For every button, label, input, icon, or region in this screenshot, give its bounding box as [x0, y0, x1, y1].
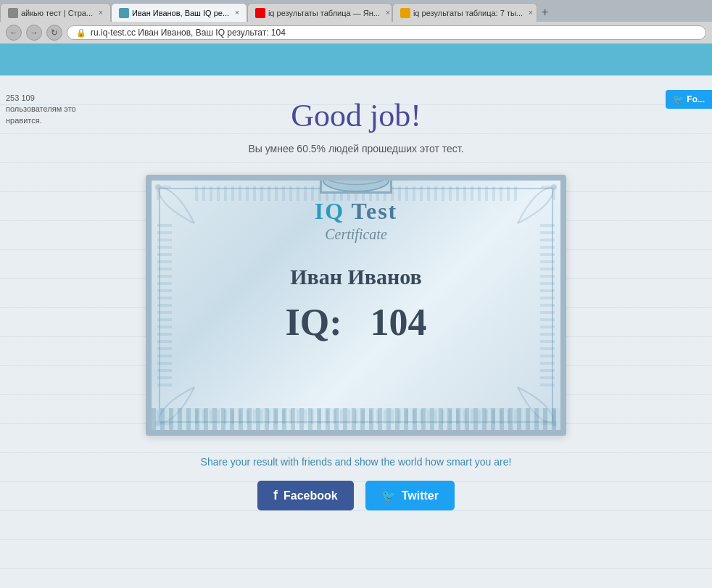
twitter-icon: 🐦	[381, 489, 396, 502]
main-content: Good job! Вы умнее 60.5% людей прошедших…	[0, 75, 712, 510]
tab-4[interactable]: iq результаты таблица: 7 ты... ×	[392, 3, 537, 22]
cert-ornament-top	[320, 175, 392, 194]
cert-certificate-word: Certificate	[181, 226, 531, 243]
tab-favicon-2	[119, 8, 129, 18]
certificate: IQ Test Certificate Иван Иванов IQ: 104	[146, 175, 566, 436]
tab-bar: айкью тест | Стра... × Иван Иванов, Ваш …	[0, 0, 712, 22]
forward-button[interactable]: →	[26, 25, 42, 41]
cert-iq-value: 104	[371, 302, 427, 343]
smarter-subtitle: Вы умнее 60.5% людей прошедших этот тест…	[0, 143, 712, 154]
facebook-label: Facebook	[283, 489, 338, 502]
address-text: ru.iq-test.cc Иван Иванов, Ваш IQ резуль…	[91, 28, 286, 38]
cert-name: Иван Иванов	[181, 265, 531, 289]
likes-line1: 253 109 пользователям это	[6, 94, 76, 113]
page-title: Good job!	[0, 97, 712, 134]
svg-point-12	[323, 175, 389, 191]
twitter-button[interactable]: 🐦 Twitter	[365, 481, 455, 510]
tab-favicon-3	[255, 8, 265, 18]
social-buttons: f Facebook 🐦 Twitter	[0, 481, 712, 510]
facebook-button[interactable]: f Facebook	[257, 481, 354, 510]
lock-icon: 🔒	[76, 28, 86, 38]
back-button[interactable]: ←	[6, 25, 22, 41]
cert-edge-left	[157, 224, 172, 386]
tab-label-2: Иван Иванов, Ваш IQ ре...	[132, 9, 229, 17]
cert-iq-word: IQ	[315, 198, 352, 224]
twitter-follow-label: Fo...	[687, 94, 705, 104]
browser-chrome: айкью тест | Стра... × Иван Иванов, Ваш …	[0, 0, 712, 44]
cert-iq-test-label: IQ Test	[181, 198, 531, 225]
tab-close-1[interactable]: ×	[99, 9, 103, 17]
tab-label-1: айкью тест | Стра...	[21, 9, 93, 17]
tab-close-2[interactable]: ×	[235, 9, 239, 17]
sidebar-likes: 253 109 пользователям это нравится.	[0, 90, 94, 129]
address-bar-row: ← → ↻ 🔒 ru.iq-test.cc Иван Иванов, Ваш I…	[0, 22, 712, 44]
cert-iq-label: IQ:	[286, 302, 342, 343]
tab-3[interactable]: iq результаты таблица — Ян... ×	[247, 3, 392, 22]
page-content: 253 109 пользователям это нравится. 🐦 Fo…	[0, 75, 712, 588]
twitter-follow-button[interactable]: 🐦 Fo...	[666, 90, 712, 109]
facebook-icon: f	[273, 488, 278, 503]
twitter-label: Twitter	[402, 489, 439, 502]
tab-close-4[interactable]: ×	[529, 9, 533, 17]
svg-rect-5	[553, 186, 555, 200]
site-toolbar	[0, 44, 712, 75]
tab-2[interactable]: Иван Иванов, Ваш IQ ре... ×	[111, 3, 247, 22]
tab-favicon-1	[8, 8, 18, 18]
tab-favicon-4	[400, 8, 410, 18]
svg-rect-2	[157, 186, 159, 200]
tab-label-3: iq результаты таблица — Ян...	[268, 9, 380, 17]
tab-close-3[interactable]: ×	[386, 9, 390, 17]
tab-1[interactable]: айкью тест | Стра... ×	[0, 3, 111, 22]
likes-line2: нравится.	[6, 116, 42, 125]
cert-bottom-band	[152, 408, 560, 430]
new-tab-button[interactable]: +	[537, 6, 552, 19]
cert-body: IQ Test Certificate Иван Иванов IQ: 104	[181, 198, 531, 344]
share-text: Share your result with friends and show …	[0, 456, 712, 468]
tab-label-4: iq результаты таблица: 7 ты...	[413, 9, 523, 17]
certificate-wrapper: IQ Test Certificate Иван Иванов IQ: 104	[146, 175, 566, 436]
twitter-bird-icon: 🐦	[673, 94, 684, 104]
cert-iq-score: IQ: 104	[181, 301, 531, 344]
cert-test-word: Test	[352, 198, 398, 224]
refresh-button[interactable]: ↻	[46, 25, 62, 41]
cert-edge-right	[540, 224, 555, 386]
address-bar[interactable]: 🔒 ru.iq-test.cc Иван Иванов, Ваш IQ резу…	[67, 25, 706, 40]
